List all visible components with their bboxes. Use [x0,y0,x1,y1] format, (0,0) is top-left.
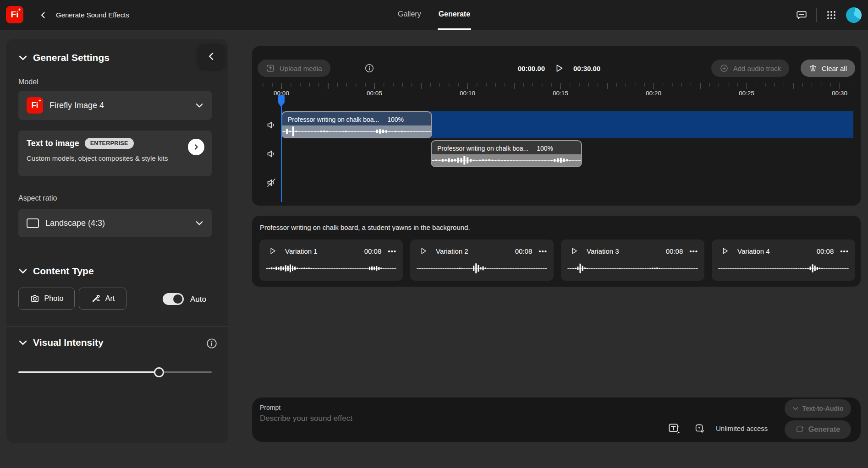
chevron-left-icon [39,11,47,19]
content-type-art-button[interactable]: Art [79,288,126,310]
variation-header: Variation 4 00:08 ••• [712,245,855,257]
variation-header: Variation 2 00:08 ••• [410,245,554,257]
content-type-photo-button[interactable]: Photo [18,288,75,310]
auto-toggle[interactable] [163,293,184,305]
slider-handle[interactable] [154,367,164,377]
upload-media-button[interactable]: Upload media [258,60,330,77]
variation-header: Variation 1 00:08 ••• [259,245,403,257]
variation-waveform [567,262,698,274]
clip-name: Professor writing on chalk boa... [288,116,379,123]
generate-sparkle-icon [796,425,805,434]
camera-icon [30,294,40,304]
visual-intensity-info-button[interactable] [205,337,218,350]
collapse-sidebar-button[interactable] [198,44,225,69]
prompt-input[interactable] [260,414,617,437]
clip-header: Professor writing on chalk boa... 100% [432,141,581,155]
text-to-image-row: Text to image ENTERPRISE [27,138,203,149]
text-to-image-title: Text to image [27,139,79,148]
access-label: Unlimited access [716,424,768,432]
variation-label: Variation 2 [436,247,468,255]
text-to-image-open-button[interactable] [188,139,204,155]
slider-track-empty [159,371,212,373]
model-select[interactable]: Fi✦ Firefly Image 4 [18,91,212,120]
brush-icon [91,294,101,304]
speaker-icon [266,120,277,131]
aspect-ratio-label: Aspect ratio [18,194,57,202]
tab-generate[interactable]: Generate [438,0,471,30]
variations-panel: Professor writing on chalk board, a stud… [252,216,861,287]
audio-clip-track-1[interactable]: Professor writing on chalk boa... 100% [281,111,432,138]
variation-duration: 00:08 [817,247,834,255]
aspect-ratio-value: Landscape (4:3) [45,218,105,228]
variation-label: Variation 4 [737,247,770,255]
apps-grid-icon [826,10,837,21]
variation-play-button[interactable] [266,244,280,258]
tab-gallery[interactable]: Gallery [397,0,422,30]
audio-clip-track-2[interactable]: Professor writing on chalk boa... 100% [431,140,582,167]
variation-more-button[interactable]: ••• [840,247,849,255]
firefly-logo[interactable]: Fi ✦ [6,6,23,23]
aspect-ratio-select[interactable]: Landscape (4:3) [18,209,212,237]
text-styles-icon [667,422,681,435]
variation-card-3[interactable]: Variation 3 00:08 ••• [561,239,704,281]
chevron-down-icon [18,53,27,62]
prompt-label: Prompt [260,404,280,411]
prompt-panel: Prompt Unlimited access Text-to-Audio Ge… [252,397,861,442]
general-settings-title: General Settings [33,52,110,63]
content-type-title: Content Type [33,266,94,277]
generate-label: Generate [808,425,840,434]
variation-more-button[interactable]: ••• [538,247,547,255]
track-2-volume-button[interactable] [262,145,280,163]
ruler-label: 00:20 [646,90,661,97]
ruler-label: 00:05 [367,90,382,97]
variation-card-4[interactable]: Variation 4 00:08 ••• [712,239,855,281]
visual-intensity-slider[interactable] [18,365,212,379]
variation-play-button[interactable] [718,244,732,258]
prompt-check-button[interactable] [692,421,707,436]
variation-more-button[interactable]: ••• [689,247,698,255]
clip-name: Professor writing on chalk boa... [437,145,528,152]
clip-volume: 100% [387,116,404,123]
timeline-ruler-ticks[interactable] [256,83,857,89]
prompt-check-icon [694,423,706,435]
enterprise-badge: ENTERPRISE [85,138,134,149]
speaker-icon [266,148,277,159]
chevron-down-icon [195,101,203,109]
variation-card-2[interactable]: Variation 2 00:08 ••• [410,239,554,281]
timeline-ruler-labels: 00:00 00:05 00:10 00:15 00:20 00:25 00:3… [252,90,861,98]
track-1-volume-button[interactable] [262,116,280,134]
content-type-header[interactable]: Content Type [18,266,94,277]
text-to-image-card[interactable]: Text to image ENTERPRISE Custom models, … [18,131,212,176]
play-icon [419,247,428,255]
play-button[interactable] [552,61,566,75]
timeline-info-button[interactable] [363,62,376,75]
chevron-right-icon [193,144,199,150]
ruler-label: 00:25 [739,90,754,97]
chevron-left-icon [207,52,216,61]
variation-waveform [266,262,396,274]
track-3-mute-button[interactable] [262,174,280,192]
feedback-icon [796,9,808,21]
apps-grid-button[interactable] [824,8,839,22]
variation-play-button[interactable] [567,244,581,258]
playhead-handle[interactable] [278,95,285,107]
variation-play-button[interactable] [417,244,430,258]
current-time: 00:00.00 [518,65,545,72]
variation-label: Variation 1 [285,247,318,255]
clear-all-button[interactable]: Clear all [801,60,855,77]
general-settings-header[interactable]: General Settings [18,52,110,63]
play-icon [554,63,564,73]
variation-label: Variation 3 [587,247,619,255]
visual-intensity-header[interactable]: Visual Intensity [18,337,104,348]
topbar-divider [816,8,817,22]
clip-header: Professor writing on chalk boa... 100% [282,112,431,126]
variation-more-button[interactable]: ••• [388,247,396,255]
generate-button[interactable]: Generate [785,420,851,439]
text-styles-button[interactable] [667,421,681,436]
back-button[interactable] [37,9,49,22]
avatar[interactable] [846,7,862,23]
variation-card-1[interactable]: Variation 1 00:08 ••• [259,239,403,281]
mode-select-button[interactable]: Text-to-Audio [785,399,851,418]
feedback-button[interactable] [794,8,809,22]
add-audio-track-button[interactable]: Add audio track [711,60,789,77]
